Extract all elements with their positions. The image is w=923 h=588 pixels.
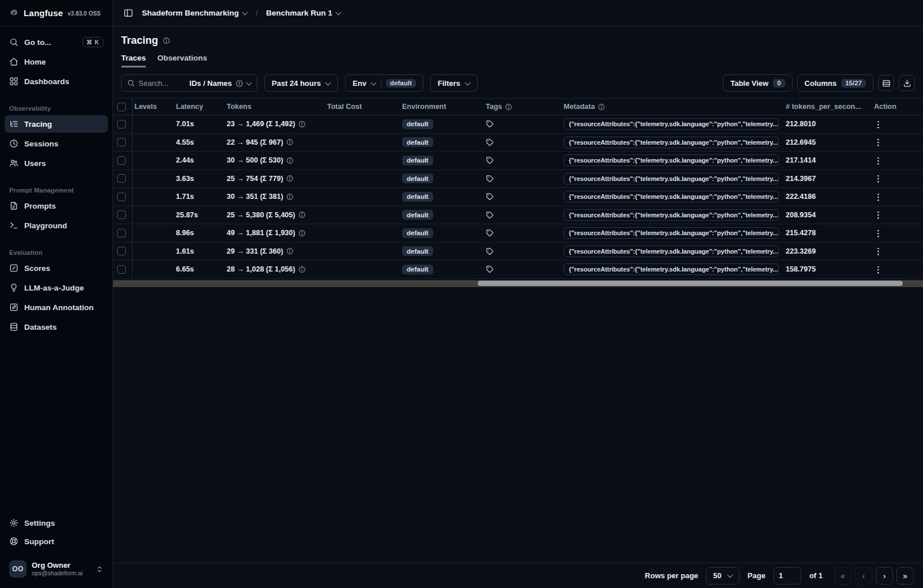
row-checkbox[interactable] [117, 265, 126, 274]
sidebar-item-support[interactable]: Support [5, 533, 108, 550]
info-icon[interactable] [286, 193, 294, 201]
info-icon[interactable] [286, 138, 294, 146]
row-checkbox[interactable] [117, 193, 126, 201]
scrollbar-thumb[interactable] [478, 281, 903, 286]
tag-icon[interactable] [486, 193, 494, 201]
row-actions-menu[interactable]: ⋮ [874, 174, 883, 183]
row-actions-menu[interactable]: ⋮ [874, 247, 883, 255]
column-header-total-cost[interactable]: Total Cost [325, 103, 400, 111]
column-header-tokens-per-second[interactable]: # tokens_per_secon... [784, 103, 869, 111]
filters-button[interactable]: Filters [430, 74, 478, 92]
table-row[interactable]: 8.96s 49 → 1,881 (Σ 1,930) default {"res… [113, 224, 923, 243]
row-actions-menu[interactable]: ⋮ [874, 156, 883, 165]
info-icon[interactable] [286, 247, 294, 255]
info-icon[interactable] [298, 229, 306, 237]
sidebar-item-human-annotation[interactable]: Human Annotation [5, 299, 108, 316]
sidebar-item-datasets[interactable]: Datasets [5, 318, 108, 336]
table-row[interactable]: 1.71s 30 → 351 (Σ 381) default {"resourc… [113, 188, 923, 206]
column-header-tokens[interactable]: Tokens [225, 103, 325, 111]
sidebar-item-tracing[interactable]: Tracing [5, 115, 108, 133]
row-checkbox[interactable] [117, 120, 126, 129]
table-row[interactable]: 6.65s 28 → 1,028 (Σ 1,056) default {"res… [113, 261, 923, 279]
table-row[interactable]: 2.44s 30 → 500 (Σ 530) default {"resourc… [113, 152, 923, 170]
info-icon[interactable] [298, 211, 306, 218]
tag-icon[interactable] [486, 175, 494, 183]
sidebar-item-prompts[interactable]: Prompts [5, 197, 108, 214]
sidebar-item-settings[interactable]: Settings [5, 514, 108, 532]
sidebar-toggle-button[interactable] [120, 5, 136, 21]
tag-icon[interactable] [486, 138, 494, 146]
tag-icon[interactable] [486, 265, 494, 273]
table-row[interactable]: 3.63s 25 → 754 (Σ 779) default {"resourc… [113, 170, 923, 189]
table-view-button[interactable]: Table View 0 [723, 74, 792, 92]
sidebar-item-dashboards[interactable]: Dashboards [5, 73, 108, 90]
info-icon[interactable] [286, 157, 294, 164]
metadata-pill[interactable]: {"resourceAttributes":{"telemetry.sdk.la… [564, 209, 779, 221]
metadata-pill[interactable]: {"resourceAttributes":{"telemetry.sdk.la… [564, 246, 779, 257]
row-height-button[interactable] [878, 75, 894, 91]
search-input[interactable] [138, 79, 177, 88]
column-header-tags[interactable]: Tags [484, 103, 562, 111]
row-checkbox[interactable] [117, 156, 126, 165]
row-actions-menu[interactable]: ⋮ [874, 265, 883, 274]
sidebar-item-playground[interactable]: Playground [5, 217, 108, 234]
row-actions-menu[interactable]: ⋮ [874, 193, 883, 201]
info-icon[interactable] [286, 175, 294, 182]
column-header-latency[interactable]: Latency [174, 103, 225, 111]
tag-icon[interactable] [486, 120, 494, 128]
column-header-metadata[interactable]: Metadata [562, 103, 784, 111]
tab-traces[interactable]: Traces [121, 54, 146, 67]
tag-icon[interactable] [486, 247, 494, 255]
metadata-pill[interactable]: {"resourceAttributes":{"telemetry.sdk.la… [564, 227, 779, 239]
metadata-pill[interactable]: {"resourceAttributes":{"telemetry.sdk.la… [564, 263, 779, 275]
metadata-pill[interactable]: {"resourceAttributes":{"telemetry.sdk.la… [564, 154, 779, 166]
column-header-levels[interactable]: Levels [133, 103, 174, 111]
metadata-pill[interactable]: {"resourceAttributes":{"telemetry.sdk.la… [564, 173, 779, 184]
first-page-button[interactable]: « [834, 567, 851, 585]
horizontal-scrollbar[interactable] [113, 280, 923, 287]
metadata-pill[interactable]: {"resourceAttributes":{"telemetry.sdk.la… [564, 191, 779, 202]
search-box[interactable]: IDs / Names [121, 74, 257, 92]
table-row[interactable]: 4.55s 22 → 945 (Σ 967) default {"resourc… [113, 134, 923, 152]
row-actions-menu[interactable]: ⋮ [874, 229, 883, 238]
row-actions-menu[interactable]: ⋮ [874, 210, 883, 219]
last-page-button[interactable]: » [896, 567, 914, 585]
row-checkbox[interactable] [117, 210, 126, 219]
row-checkbox[interactable] [117, 138, 126, 146]
sidebar-item-home[interactable]: Home [5, 53, 108, 70]
table-row[interactable]: 25.87s 25 → 5,380 (Σ 5,405) default {"re… [113, 206, 923, 225]
next-page-button[interactable]: › [876, 567, 893, 585]
tag-icon[interactable] [486, 156, 494, 164]
row-checkbox[interactable] [117, 174, 126, 183]
row-checkbox[interactable] [117, 229, 126, 238]
breadcrumb-project[interactable]: Benchmark Run 1 [266, 9, 341, 17]
select-all-checkbox[interactable] [117, 103, 126, 111]
rows-per-page-select[interactable]: 50 [706, 567, 739, 585]
row-checkbox[interactable] [117, 247, 126, 255]
metadata-pill[interactable]: {"resourceAttributes":{"telemetry.sdk.la… [564, 137, 779, 148]
user-menu[interactable]: OO Org Owner ops@shadeform.ai [6, 558, 107, 580]
info-icon[interactable] [298, 266, 306, 273]
env-filter-button[interactable]: Env default [345, 74, 423, 92]
info-icon[interactable] [163, 37, 170, 44]
page-number-input[interactable] [774, 567, 801, 585]
table-row[interactable]: 7.01s 23 → 1,469 (Σ 1,492) default {"res… [113, 115, 923, 134]
sidebar-item-llm-as-a-judge[interactable]: LLM-as-a-Judge [5, 279, 108, 296]
previous-page-button[interactable]: ‹ [855, 567, 872, 585]
time-range-button[interactable]: Past 24 hours [264, 74, 338, 92]
search-type-dropdown[interactable]: IDs / Names [189, 79, 252, 88]
export-button[interactable] [899, 75, 915, 91]
metadata-pill[interactable]: {"resourceAttributes":{"telemetry.sdk.la… [564, 118, 779, 130]
table-row[interactable]: 1.61s 29 → 331 (Σ 360) default {"resourc… [113, 243, 923, 261]
row-actions-menu[interactable]: ⋮ [874, 120, 883, 129]
row-actions-menu[interactable]: ⋮ [874, 138, 883, 146]
breadcrumb-org[interactable]: Shadeform Benchmarking [142, 9, 247, 17]
sidebar-item-users[interactable]: Users [5, 154, 108, 172]
info-icon[interactable] [298, 120, 306, 128]
column-header-environment[interactable]: Environment [400, 103, 484, 111]
sidebar-item-scores[interactable]: Scores [5, 259, 108, 277]
columns-button[interactable]: Columns 15/27 [797, 74, 873, 92]
tag-icon[interactable] [486, 229, 494, 237]
tab-observations[interactable]: Observations [157, 54, 207, 67]
goto-search[interactable]: Go to... ⌘ K [5, 33, 108, 51]
